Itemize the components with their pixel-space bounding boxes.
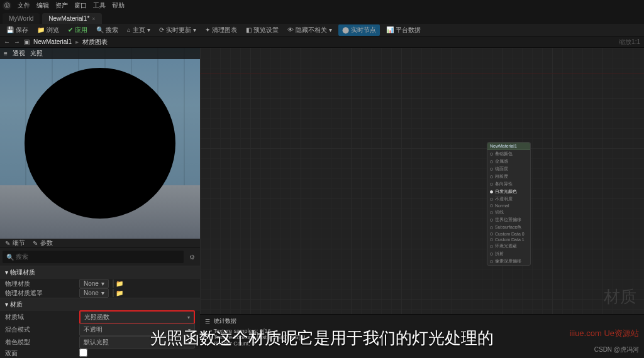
prop-phys-mask-label: 物理材质遮罩 xyxy=(5,289,79,298)
pin-icon xyxy=(490,153,493,156)
toolbar: 💾 保存 📁 浏览 ✔ 应用 🔍 搜索 ⌂ 主页 ▾ ⟳ 实时更新 ▾ ✦ 清理… xyxy=(0,24,644,36)
pin-icon xyxy=(490,245,493,248)
search-button[interactable]: 🔍 搜索 xyxy=(94,24,121,36)
pin-icon xyxy=(490,219,493,222)
node-pin[interactable]: 世界位置偏移 xyxy=(487,216,530,224)
pin-icon xyxy=(490,175,493,178)
material-domain-dropdown[interactable]: 光照函数▾ xyxy=(79,310,195,324)
asset-thumb[interactable] xyxy=(113,289,114,297)
pin-icon xyxy=(490,183,493,186)
node-pin[interactable]: 基础颜色 xyxy=(487,150,530,158)
node-pin[interactable]: 自发光颜色 xyxy=(487,188,530,195)
menu-item[interactable]: 帮助 xyxy=(112,1,125,10)
menu-item[interactable]: 窗口 xyxy=(74,1,87,10)
viewport-lit[interactable]: 光照 xyxy=(30,49,43,58)
tab-material[interactable]: NewMaterial1*× xyxy=(42,13,101,24)
prop-phys-mat-label: 物理材质 xyxy=(5,279,79,288)
hide-button[interactable]: 👁 隐藏不相关 ▾ xyxy=(285,24,335,36)
live-node-button[interactable]: ⬤ 实时节点 xyxy=(338,24,380,36)
graph-icon: ▣ xyxy=(24,38,30,45)
node-pin[interactable]: 不透明度 xyxy=(487,195,530,203)
node-pin[interactable]: Normal xyxy=(487,203,530,209)
prop-domain-label: 材质域 xyxy=(5,313,79,322)
home-button[interactable]: ⌂ 主页 ▾ xyxy=(125,24,153,36)
menu-bar: Ⓤ 文件 编辑 资产 窗口 工具 帮助 xyxy=(0,0,644,11)
search-input[interactable]: 🔍 搜索 xyxy=(3,251,184,263)
ue-logo-icon: Ⓤ xyxy=(3,1,11,10)
tab-details[interactable]: ✎ 细节 xyxy=(5,239,25,247)
viewport-perspective[interactable]: 透视 xyxy=(13,49,25,58)
browse-icon[interactable]: 📁 xyxy=(116,290,123,296)
node-pin[interactable]: 切线 xyxy=(487,209,530,216)
search-icon: 🔍 xyxy=(6,254,14,261)
nav-back-icon[interactable]: ← xyxy=(4,38,10,45)
node-pin[interactable]: 镜面度 xyxy=(487,165,530,173)
pin-icon xyxy=(490,198,493,201)
viewport-menu-icon[interactable]: ≡ xyxy=(4,50,8,57)
live-update-button[interactable]: ⟳ 实时更新 ▾ xyxy=(157,24,199,36)
node-pin[interactable]: 各向异性 xyxy=(487,180,530,188)
pin-icon xyxy=(490,211,493,214)
gear-icon[interactable]: ⚙ xyxy=(186,251,197,263)
prop-twosided-label: 双面 xyxy=(5,349,79,358)
asset-thumb[interactable] xyxy=(113,279,114,288)
document-tabs: MyWorld NewMaterial1*× xyxy=(0,11,644,24)
menu-item[interactable]: 工具 xyxy=(93,1,106,10)
preview-button[interactable]: ◧ 预览设置 xyxy=(243,24,281,36)
browse-icon[interactable]: 📁 xyxy=(116,280,123,287)
node-pin[interactable]: 环境光遮蔽 xyxy=(487,242,530,250)
node-pin[interactable]: Subsurface色 xyxy=(487,224,530,231)
menu-item[interactable]: 编辑 xyxy=(36,1,49,10)
breadcrumb: ← → ▣ NewMaterial1 ▸ 材质图表 缩放1:1 xyxy=(0,36,644,48)
stats-button[interactable]: 📊 平台数据 xyxy=(384,24,423,36)
pin-icon xyxy=(490,238,493,241)
pin-icon xyxy=(490,168,493,171)
node-pin[interactable]: Custom Data 0 xyxy=(487,231,530,237)
material-result-node[interactable]: NewMaterial1 基础颜色金属感镜面度粗糙度各向异性自发光颜色不透明度N… xyxy=(487,142,531,266)
menu-item[interactable]: 资产 xyxy=(55,1,68,10)
stats-icon: ☰ xyxy=(205,318,210,325)
pin-icon xyxy=(490,232,493,236)
phys-mask-dropdown[interactable]: None ▾ xyxy=(79,288,109,298)
pin-icon xyxy=(490,260,493,263)
close-icon[interactable]: × xyxy=(92,16,95,22)
crumb-graph[interactable]: 材质图表 xyxy=(82,38,108,46)
node-title: NewMaterial1 xyxy=(487,143,530,150)
tab-world[interactable]: MyWorld xyxy=(3,13,40,24)
pin-icon xyxy=(490,160,493,163)
apply-button[interactable]: ✔ 应用 xyxy=(65,24,90,36)
clean-graph-button[interactable]: ✦ 清理图表 xyxy=(203,24,240,36)
panel-tabs: ✎ 细节 ✎ 参数 xyxy=(0,239,200,248)
preview-viewport[interactable]: ≡ 透视 光照 xyxy=(0,48,200,239)
graph-watermark: 材质 xyxy=(604,286,636,308)
stats-title: 统计数据 xyxy=(214,317,236,325)
browse-button[interactable]: 📁 浏览 xyxy=(35,24,62,36)
pin-icon xyxy=(490,190,493,193)
node-pin[interactable]: 金属感 xyxy=(487,158,530,165)
category-physical[interactable]: ▾ 物理材质 xyxy=(0,266,200,279)
watermark-site: iiiue.com Ue资源站 xyxy=(569,328,639,339)
node-pin[interactable]: 粗糙度 xyxy=(487,173,530,180)
twosided-checkbox[interactable] xyxy=(79,349,87,357)
preview-sphere xyxy=(25,68,175,219)
pin-icon xyxy=(490,226,493,229)
nav-fwd-icon[interactable]: → xyxy=(14,38,20,45)
category-material[interactable]: ▾ 材质 xyxy=(0,298,200,311)
pin-icon xyxy=(490,252,493,256)
menu-item[interactable]: 文件 xyxy=(18,1,30,10)
watermark-author: CSDN @虎冯河 xyxy=(594,345,639,354)
material-graph[interactable]: NewMaterial1 基础颜色金属感镜面度粗糙度各向异性自发光颜色不透明度N… xyxy=(200,48,644,314)
save-button[interactable]: 💾 保存 xyxy=(4,24,31,36)
zoom-label: 缩放1:1 xyxy=(619,38,640,46)
node-pin[interactable]: 折射 xyxy=(487,250,530,258)
pin-icon xyxy=(490,204,493,207)
tab-params[interactable]: ✎ 参数 xyxy=(33,239,53,247)
node-pin[interactable]: Custom Data 1 xyxy=(487,237,530,242)
phys-mat-dropdown[interactable]: None ▾ xyxy=(79,279,109,288)
node-pin[interactable]: 像素深度偏移 xyxy=(487,258,530,265)
video-subtitle: 光照函数这个材质呢它是用于我们的灯光处理的 xyxy=(0,327,644,349)
crumb-root[interactable]: NewMaterial1 xyxy=(33,38,72,45)
